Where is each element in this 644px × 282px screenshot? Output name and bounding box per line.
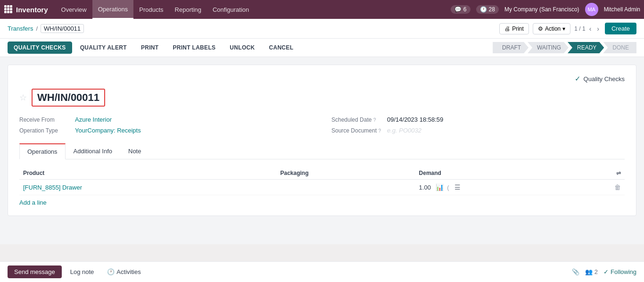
user-avatar[interactable]: MA — [585, 3, 598, 16]
notifications-badge[interactable]: 💬 6 — [451, 5, 471, 14]
nav-item-products[interactable]: Products — [133, 0, 169, 19]
form-card: ✓ Quality Checks ☆ WH/IN/00011 Receive F… — [8, 65, 636, 216]
notifications-count: 6 — [463, 6, 467, 13]
forecast-chart-icon[interactable]: 📊 — [436, 183, 444, 191]
operations-table: Product Packaging Demand ⇌ [FURN_8855] D… — [19, 167, 625, 195]
nav-item-operations[interactable]: Operations — [92, 0, 134, 19]
favorite-star-icon[interactable]: ☆ — [19, 92, 27, 103]
main-content: ✓ Quality Checks ☆ WH/IN/00011 Receive F… — [0, 57, 644, 244]
chevron-down-icon: ▾ — [562, 25, 565, 32]
action-bar: QUALITY CHECKS QUALITY ALERT PRINT PRINT… — [0, 39, 644, 57]
app-name: Inventory — [16, 6, 48, 14]
receive-from-field: Receive From Azure Interior — [19, 116, 313, 123]
gear-icon: ⚙ — [538, 25, 543, 32]
svg-rect-5 — [10, 8, 12, 10]
scheduled-date-label: Scheduled Date ? — [331, 116, 383, 123]
quality-checks-button[interactable]: QUALITY CHECKS — [8, 41, 72, 54]
clock-icon: 🕐 — [480, 6, 487, 13]
next-page-button[interactable]: › — [595, 24, 601, 33]
demand-cell: 1.00 📊 ( ☰ — [415, 180, 606, 195]
status-done[interactable]: DONE — [603, 42, 636, 53]
source-document-label: Source Document ? — [331, 127, 383, 134]
scheduled-date-field: Scheduled Date ? 09/14/2023 18:58:59 — [331, 116, 625, 123]
breadcrumb-transfers-link[interactable]: Transfers — [8, 25, 33, 32]
top-navigation: Inventory Overview Operations Products R… — [0, 0, 644, 19]
status-ready[interactable]: READY — [568, 42, 604, 53]
scheduled-date-help-icon[interactable]: ? — [373, 117, 376, 123]
nav-item-overview[interactable]: Overview — [56, 0, 92, 19]
company-name: My Company (San Francisco) — [504, 6, 579, 13]
page-info: 1 / 1 — [574, 25, 585, 32]
form-header: ☆ WH/IN/00011 — [19, 89, 625, 107]
quality-alert-button[interactable]: QUALITY ALERT — [74, 41, 133, 54]
delete-row-icon[interactable]: 🗑 — [614, 183, 621, 191]
operation-type-value[interactable]: YourCompany: Receipts — [75, 127, 141, 134]
operation-type-label: Operation Type — [19, 127, 71, 134]
print-action-button[interactable]: PRINT — [135, 41, 165, 54]
printer-icon: 🖨 — [504, 25, 510, 32]
status-pipeline: DRAFT WAITING READY DONE — [493, 42, 636, 53]
svg-rect-8 — [10, 11, 12, 13]
svg-rect-1 — [7, 5, 9, 8]
tab-operations[interactable]: Operations — [19, 143, 66, 159]
tab-additional-info[interactable]: Additional Info — [66, 143, 120, 159]
breadcrumb-current: WH/IN/00011 — [41, 24, 84, 33]
source-document-placeholder[interactable]: e.g. PO0032 — [387, 127, 421, 134]
cancel-button[interactable]: CANCEL — [263, 41, 299, 54]
svg-rect-4 — [7, 8, 9, 10]
nav-item-configuration[interactable]: Configuration — [207, 0, 255, 19]
svg-rect-7 — [7, 11, 9, 13]
add-line-button[interactable]: Add a line — [19, 199, 47, 206]
status-draft[interactable]: DRAFT — [493, 42, 528, 53]
detail-list-icon[interactable]: ☰ — [454, 183, 461, 191]
action-button[interactable]: ⚙ Action ▾ — [533, 23, 570, 34]
breadcrumb-right: 🖨 Print ⚙ Action ▾ 1 / 1 ‹ › Create — [499, 23, 636, 34]
breadcrumb-separator: / — [36, 25, 38, 32]
nav-items: Overview Operations Products Reporting C… — [56, 0, 255, 19]
receive-from-value[interactable]: Azure Interior — [75, 116, 112, 123]
nav-item-reporting[interactable]: Reporting — [169, 0, 207, 19]
checkmark-icon: ✓ — [575, 75, 581, 83]
tabs-bar: Operations Additional Info Note — [19, 143, 625, 159]
unlock-button[interactable]: UNLOCK — [223, 41, 261, 54]
svg-rect-6 — [4, 11, 7, 13]
user-name: Mitchell Admin — [604, 6, 640, 13]
page-navigation: 1 / 1 ‹ › — [574, 24, 601, 33]
svg-rect-3 — [4, 8, 7, 10]
packaging-cell — [276, 180, 415, 195]
scheduled-date-value[interactable]: 09/14/2023 18:58:59 — [387, 116, 443, 123]
row-delete-cell: 🗑 — [606, 180, 625, 195]
col-packaging: Packaging — [276, 167, 415, 180]
create-button[interactable]: Create — [605, 23, 636, 34]
record-title: WH/IN/00011 — [32, 89, 105, 107]
quality-checks-bar: ✓ Quality Checks — [19, 75, 625, 83]
activities-count: 28 — [489, 6, 495, 13]
chat-icon: 💬 — [454, 6, 462, 13]
product-cell[interactable]: [FURN_8855] Drawer — [19, 180, 276, 195]
quality-checks-indicator[interactable]: ✓ Quality Checks — [575, 75, 625, 83]
form-fields: Receive From Azure Interior Scheduled Da… — [19, 116, 625, 134]
table-row: [FURN_8855] Drawer 1.00 📊 ( ☰ 🗑 — [19, 180, 625, 195]
svg-rect-0 — [4, 5, 7, 8]
source-document-field: Source Document ? e.g. PO0032 — [331, 127, 625, 134]
prev-page-button[interactable]: ‹ — [587, 24, 594, 33]
app-grid-icon[interactable] — [4, 5, 12, 15]
top-nav-right: 💬 6 🕐 28 My Company (San Francisco) MA M… — [451, 3, 640, 16]
col-sort-icon[interactable]: ⇌ — [616, 170, 621, 176]
breadcrumb: Transfers / WH/IN/00011 — [8, 24, 84, 33]
print-button[interactable]: 🖨 Print — [499, 23, 529, 34]
quality-checks-label: Quality Checks — [584, 75, 625, 83]
svg-rect-2 — [10, 5, 12, 8]
operation-type-field: Operation Type YourCompany: Receipts — [19, 127, 313, 134]
activities-badge[interactable]: 🕐 28 — [476, 5, 499, 14]
print-labels-button[interactable]: PRINT LABELS — [166, 41, 222, 54]
status-waiting[interactable]: WAITING — [528, 42, 569, 53]
tab-note[interactable]: Note — [120, 143, 149, 159]
source-document-help-icon[interactable]: ? — [378, 128, 381, 133]
col-actions: ⇌ — [606, 167, 625, 180]
col-product: Product — [19, 167, 276, 180]
col-demand: Demand — [415, 167, 606, 180]
receive-from-label: Receive From — [19, 116, 71, 123]
breadcrumb-bar: Transfers / WH/IN/00011 🖨 Print ⚙ Action… — [0, 19, 644, 39]
